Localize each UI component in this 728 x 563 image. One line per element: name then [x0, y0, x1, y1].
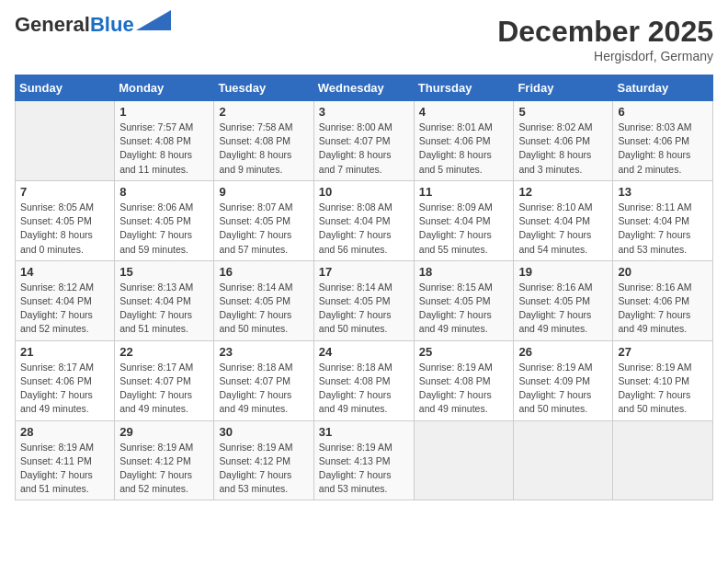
calendar-cell: 24Sunrise: 8:18 AMSunset: 4:08 PMDayligh… [313, 340, 414, 420]
day-info: Sunrise: 8:10 AMSunset: 4:04 PMDaylight:… [518, 201, 608, 257]
day-number: 25 [419, 345, 509, 359]
calendar-cell [613, 420, 713, 500]
day-number: 24 [319, 345, 409, 359]
day-info: Sunrise: 8:12 AMSunset: 4:04 PMDaylight:… [20, 281, 109, 337]
day-number: 5 [518, 105, 608, 119]
day-number: 1 [119, 105, 209, 119]
day-number: 20 [618, 265, 708, 279]
day-info: Sunrise: 8:15 AMSunset: 4:05 PMDaylight:… [419, 281, 509, 337]
day-info: Sunrise: 8:19 AMSunset: 4:12 PMDaylight:… [219, 441, 308, 497]
calendar-cell: 29Sunrise: 8:19 AMSunset: 4:12 PMDayligh… [115, 420, 214, 500]
day-number: 30 [219, 425, 308, 439]
day-number: 29 [119, 425, 209, 439]
calendar-cell: 13Sunrise: 8:11 AMSunset: 4:04 PMDayligh… [613, 180, 713, 260]
calendar-cell: 6Sunrise: 8:03 AMSunset: 4:06 PMDaylight… [613, 101, 713, 181]
day-info: Sunrise: 8:19 AMSunset: 4:13 PMDaylight:… [319, 441, 409, 497]
calendar-cell: 26Sunrise: 8:19 AMSunset: 4:09 PMDayligh… [514, 340, 613, 420]
calendar-cell [16, 101, 115, 181]
calendar-cell: 30Sunrise: 8:19 AMSunset: 4:12 PMDayligh… [214, 420, 313, 500]
day-info: Sunrise: 8:05 AMSunset: 4:05 PMDaylight:… [20, 201, 109, 257]
day-info: Sunrise: 8:07 AMSunset: 4:05 PMDaylight:… [219, 201, 308, 257]
day-number: 23 [219, 345, 308, 359]
day-info: Sunrise: 8:00 AMSunset: 4:07 PMDaylight:… [319, 121, 409, 177]
calendar-cell: 18Sunrise: 8:15 AMSunset: 4:05 PMDayligh… [414, 260, 514, 340]
day-number: 31 [319, 425, 409, 439]
column-header-tuesday: Tuesday [214, 75, 313, 101]
day-info: Sunrise: 8:13 AMSunset: 4:04 PMDaylight:… [119, 281, 209, 337]
calendar-cell: 31Sunrise: 8:19 AMSunset: 4:13 PMDayligh… [313, 420, 414, 500]
calendar-table: SundayMondayTuesdayWednesdayThursdayFrid… [15, 75, 713, 500]
day-number: 28 [20, 425, 109, 439]
calendar-cell: 2Sunrise: 7:58 AMSunset: 4:08 PMDaylight… [214, 101, 313, 181]
day-info: Sunrise: 8:16 AMSunset: 4:05 PMDaylight:… [518, 281, 608, 337]
calendar-cell: 10Sunrise: 8:08 AMSunset: 4:04 PMDayligh… [313, 180, 414, 260]
day-number: 3 [319, 105, 409, 119]
day-info: Sunrise: 7:58 AMSunset: 4:08 PMDaylight:… [219, 121, 308, 177]
calendar-week-1: 1Sunrise: 7:57 AMSunset: 4:08 PMDaylight… [16, 101, 713, 181]
day-number: 26 [518, 345, 608, 359]
logo-icon [136, 10, 171, 30]
calendar-week-5: 28Sunrise: 8:19 AMSunset: 4:11 PMDayligh… [16, 420, 713, 500]
logo-text: GeneralBlue [15, 15, 134, 35]
day-number: 8 [119, 185, 209, 199]
day-info: Sunrise: 8:17 AMSunset: 4:07 PMDaylight:… [119, 361, 209, 417]
day-number: 19 [518, 265, 608, 279]
column-header-saturday: Saturday [613, 75, 713, 101]
day-info: Sunrise: 8:01 AMSunset: 4:06 PMDaylight:… [419, 121, 509, 177]
day-info: Sunrise: 8:14 AMSunset: 4:05 PMDaylight:… [319, 281, 409, 337]
day-number: 2 [219, 105, 308, 119]
calendar-cell: 20Sunrise: 8:16 AMSunset: 4:06 PMDayligh… [613, 260, 713, 340]
day-number: 4 [419, 105, 509, 119]
day-number: 10 [319, 185, 409, 199]
day-number: 13 [618, 185, 708, 199]
column-header-sunday: Sunday [16, 75, 115, 101]
calendar-cell: 15Sunrise: 8:13 AMSunset: 4:04 PMDayligh… [115, 260, 214, 340]
day-info: Sunrise: 8:09 AMSunset: 4:04 PMDaylight:… [419, 201, 509, 257]
day-info: Sunrise: 8:19 AMSunset: 4:12 PMDaylight:… [119, 441, 209, 497]
day-number: 12 [518, 185, 608, 199]
day-info: Sunrise: 8:06 AMSunset: 4:05 PMDaylight:… [119, 201, 209, 257]
calendar-cell: 23Sunrise: 8:18 AMSunset: 4:07 PMDayligh… [214, 340, 313, 420]
day-number: 17 [319, 265, 409, 279]
calendar-body: 1Sunrise: 7:57 AMSunset: 4:08 PMDaylight… [16, 101, 713, 500]
day-number: 6 [618, 105, 708, 119]
page-header: GeneralBlue December 2025 Hergisdorf, Ge… [15, 15, 713, 63]
column-header-monday: Monday [115, 75, 214, 101]
calendar-week-2: 7Sunrise: 8:05 AMSunset: 4:05 PMDaylight… [16, 180, 713, 260]
column-header-thursday: Thursday [414, 75, 514, 101]
day-info: Sunrise: 7:57 AMSunset: 4:08 PMDaylight:… [119, 121, 209, 177]
day-info: Sunrise: 8:17 AMSunset: 4:06 PMDaylight:… [20, 361, 109, 417]
calendar-cell: 7Sunrise: 8:05 AMSunset: 4:05 PMDaylight… [16, 180, 115, 260]
day-number: 9 [219, 185, 308, 199]
day-info: Sunrise: 8:18 AMSunset: 4:08 PMDaylight:… [319, 361, 409, 417]
column-header-wednesday: Wednesday [313, 75, 414, 101]
day-info: Sunrise: 8:03 AMSunset: 4:06 PMDaylight:… [618, 121, 708, 177]
calendar-cell: 16Sunrise: 8:14 AMSunset: 4:05 PMDayligh… [214, 260, 313, 340]
calendar-cell: 19Sunrise: 8:16 AMSunset: 4:05 PMDayligh… [514, 260, 613, 340]
calendar-cell: 27Sunrise: 8:19 AMSunset: 4:10 PMDayligh… [613, 340, 713, 420]
day-info: Sunrise: 8:08 AMSunset: 4:04 PMDaylight:… [319, 201, 409, 257]
calendar-cell: 4Sunrise: 8:01 AMSunset: 4:06 PMDaylight… [414, 101, 514, 181]
day-number: 27 [618, 345, 708, 359]
day-number: 18 [419, 265, 509, 279]
calendar-cell: 9Sunrise: 8:07 AMSunset: 4:05 PMDaylight… [214, 180, 313, 260]
column-header-friday: Friday [514, 75, 613, 101]
month-title: December 2025 [497, 15, 713, 49]
day-number: 14 [20, 265, 109, 279]
day-number: 22 [119, 345, 209, 359]
day-number: 11 [419, 185, 509, 199]
calendar-cell: 5Sunrise: 8:02 AMSunset: 4:06 PMDaylight… [514, 101, 613, 181]
calendar-cell: 25Sunrise: 8:19 AMSunset: 4:08 PMDayligh… [414, 340, 514, 420]
calendar-cell: 17Sunrise: 8:14 AMSunset: 4:05 PMDayligh… [313, 260, 414, 340]
day-number: 21 [20, 345, 109, 359]
day-info: Sunrise: 8:02 AMSunset: 4:06 PMDaylight:… [518, 121, 608, 177]
calendar-cell: 11Sunrise: 8:09 AMSunset: 4:04 PMDayligh… [414, 180, 514, 260]
calendar-cell: 22Sunrise: 8:17 AMSunset: 4:07 PMDayligh… [115, 340, 214, 420]
day-info: Sunrise: 8:14 AMSunset: 4:05 PMDaylight:… [219, 281, 308, 337]
day-info: Sunrise: 8:11 AMSunset: 4:04 PMDaylight:… [618, 201, 708, 257]
day-info: Sunrise: 8:18 AMSunset: 4:07 PMDaylight:… [219, 361, 308, 417]
calendar-cell: 8Sunrise: 8:06 AMSunset: 4:05 PMDaylight… [115, 180, 214, 260]
calendar-cell: 28Sunrise: 8:19 AMSunset: 4:11 PMDayligh… [16, 420, 115, 500]
day-info: Sunrise: 8:19 AMSunset: 4:09 PMDaylight:… [518, 361, 608, 417]
day-number: 15 [119, 265, 209, 279]
